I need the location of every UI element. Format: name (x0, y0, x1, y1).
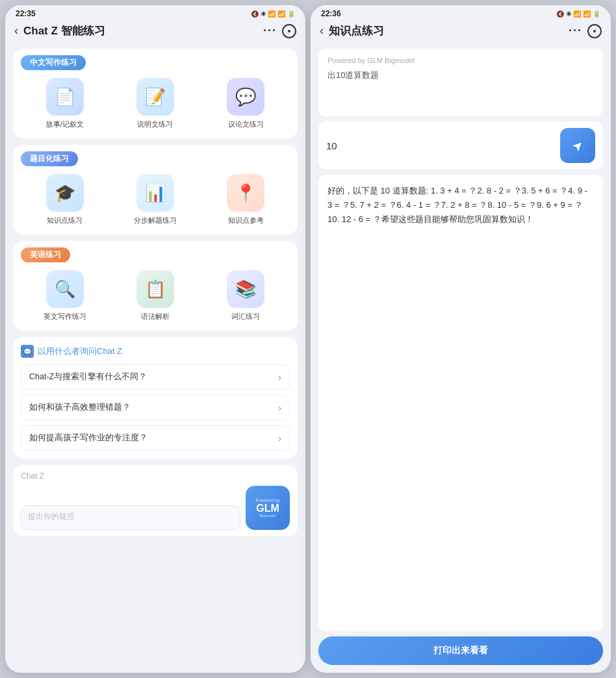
faq-title: 以用什么者询问Chat Z (38, 345, 122, 357)
glm-powered-label: Powered by (256, 498, 280, 503)
essay-label: 故事/记叙文 (46, 119, 84, 129)
input-row: ➤ (318, 121, 603, 170)
english-section: 英语练习 🔍 英文写作练习 📋 语法解析 📚 词汇练习 (13, 241, 298, 331)
english-tag: 英语练习 (21, 247, 70, 262)
vocab-item[interactable]: 📚 词汇练习 (202, 270, 290, 321)
prompt-area: Powered by GLM Bigmodel 出10道算数题 (318, 49, 603, 116)
page-title-left: Chat Z 智能练习 (23, 23, 258, 38)
signal-icon: 📶 (277, 10, 285, 18)
chat-input-row: 提出你的疑惑 Powered by GLM Bigmodel (21, 486, 290, 530)
left-phone: 22:35 🔇 ✳ 📶 📶 🔋 ‹ Chat Z 智能练习 ··· 中文写作练习… (5, 5, 305, 673)
chat-placeholder: 提出你的疑惑 (28, 512, 75, 521)
faq-item-2[interactable]: 如何和孩子高效整理错题？ › (21, 395, 290, 420)
send-button[interactable]: ➤ (560, 128, 595, 163)
faq-arrow-1: › (278, 372, 281, 383)
chat-input-area: Chat Z 提出你的疑惑 Powered by GLM Bigmodel (13, 465, 298, 536)
vocab-icon: 📚 (227, 270, 264, 308)
left-content: 中文写作练习 📄 故事/记叙文 📝 说明文练习 💬 议论文练习 题目化练习 (5, 44, 305, 673)
bluetooth-icon: 🔇 (251, 10, 259, 18)
knowledge-item[interactable]: 🎓 知识点练习 (21, 174, 109, 225)
nfc-icon: ✳ (261, 10, 266, 18)
print-button[interactable]: 打印出来看看 (318, 636, 603, 665)
glm-bigmodel-label: Bigmodel (259, 514, 276, 518)
ref-item[interactable]: 📍 知识点参考 (202, 174, 290, 225)
argue-item[interactable]: 💬 议论文练习 (202, 78, 290, 129)
practice-tag: 题目化练习 (21, 151, 78, 166)
argue-icon: 💬 (227, 78, 264, 116)
explain-label: 说明文练习 (137, 119, 173, 129)
faq-section: 💬 以用什么者询问Chat Z Chat-Z与搜索引擎有什么不同？ › 如何和孩… (13, 337, 298, 458)
nav-bar-right: ‹ 知识点练习 ··· (311, 21, 611, 44)
more-button-left[interactable]: ··· (263, 24, 277, 38)
status-icons-left: 🔇 ✳ 📶 📶 🔋 (251, 10, 295, 18)
target-button-left[interactable] (282, 24, 296, 38)
status-time-left: 22:35 (16, 9, 36, 18)
faq-arrow-2: › (278, 403, 281, 413)
knowledge-label: 知识点练习 (47, 216, 83, 225)
essay-item[interactable]: 📄 故事/记叙文 (21, 78, 109, 129)
ref-label: 知识点参考 (228, 216, 264, 225)
vocab-label: 词汇练习 (231, 312, 260, 321)
faq-header-icon: 💬 (21, 345, 34, 358)
glm-text-label: GLM (256, 503, 279, 514)
faq-item-1[interactable]: Chat-Z与搜索引擎有什么不同？ › (21, 364, 290, 390)
page-title-right: 知识点练习 (329, 23, 563, 38)
english-writing-label: 英文写作练习 (44, 312, 86, 321)
number-input[interactable] (326, 140, 555, 151)
wifi-icon: 📶 (268, 10, 276, 18)
chinese-writing-tag: 中文写作练习 (21, 55, 86, 70)
right-content: Powered by GLM Bigmodel 出10道算数题 ➤ 好的，以下是… (311, 44, 611, 673)
nfc-icon-r: ✳ (566, 10, 571, 18)
faq-arrow-3: › (278, 433, 281, 444)
response-text: 好的，以下是 10 道算数题: 1. 3 + 4 = ？2. 8 - 2 = ？… (327, 186, 587, 224)
right-phone: 22:36 🔇 ✳ 📶 📶 🔋 ‹ 知识点练习 ··· Powered by G… (311, 5, 611, 673)
send-icon: ➤ (569, 136, 587, 155)
grammar-icon: 📋 (136, 270, 174, 308)
faq-header: 💬 以用什么者询问Chat Z (21, 345, 290, 358)
grammar-item[interactable]: 📋 语法解析 (111, 270, 199, 321)
faq-text-3: 如何提高孩子写作业的专注度？ (29, 433, 148, 444)
back-button-right[interactable]: ‹ (320, 24, 324, 38)
glm-send-button[interactable]: Powered by GLM Bigmodel (246, 486, 290, 530)
faq-text-2: 如何和孩子高效整理错题？ (29, 402, 131, 413)
response-area: 好的，以下是 10 道算数题: 1. 3 + 4 = ？2. 8 - 2 = ？… (318, 175, 603, 631)
practice-grid: 🎓 知识点练习 📊 分步解题练习 📍 知识点参考 (21, 174, 290, 225)
status-icons-right: 🔇 ✳ 📶 📶 🔋 (556, 10, 600, 18)
english-writing-item[interactable]: 🔍 英文写作练习 (21, 270, 109, 321)
english-writing-icon: 🔍 (46, 270, 84, 308)
chat-input-box[interactable]: 提出你的疑惑 (21, 505, 240, 530)
status-time-right: 22:36 (321, 9, 341, 18)
argue-label: 议论文练习 (228, 119, 264, 129)
essay-icon: 📄 (46, 78, 84, 116)
step-label: 分步解题练习 (134, 216, 177, 225)
english-grid: 🔍 英文写作练习 📋 语法解析 📚 词汇练习 (21, 270, 290, 321)
step-icon: 📊 (136, 174, 174, 212)
practice-section: 题目化练习 🎓 知识点练习 📊 分步解题练习 📍 知识点参考 (13, 145, 298, 234)
status-bar-left: 22:35 🔇 ✳ 📶 📶 🔋 (5, 5, 305, 21)
step-item[interactable]: 📊 分步解题练习 (111, 174, 199, 225)
more-button-right[interactable]: ··· (569, 24, 582, 38)
wifi-icon-r: 📶 (573, 10, 581, 18)
ref-icon: 📍 (227, 174, 264, 212)
faq-item-3[interactable]: 如何提高孩子写作业的专注度？ › (21, 425, 290, 451)
faq-text-1: Chat-Z与搜索引擎有什么不同？ (29, 371, 147, 383)
prompt-text: 出10道算数题 (327, 69, 594, 108)
chinese-writing-grid: 📄 故事/记叙文 📝 说明文练习 💬 议论文练习 (21, 78, 290, 129)
powered-label: Powered by GLM Bigmodel (327, 56, 594, 64)
explain-item[interactable]: 📝 说明文练习 (111, 78, 199, 129)
nav-bar-left: ‹ Chat Z 智能练习 ··· (5, 21, 305, 44)
bluetooth-icon-r: 🔇 (556, 10, 564, 18)
chinese-writing-section: 中文写作练习 📄 故事/记叙文 📝 说明文练习 💬 议论文练习 (13, 49, 298, 138)
signal-icon-r: 📶 (583, 10, 591, 18)
back-button-left[interactable]: ‹ (14, 24, 18, 38)
chat-label: Chat Z (21, 471, 290, 481)
grammar-label: 语法解析 (141, 312, 170, 321)
battery-icon: 🔋 (287, 10, 295, 18)
explain-icon: 📝 (136, 78, 174, 116)
target-button-right[interactable] (587, 24, 602, 38)
status-bar-right: 22:36 🔇 ✳ 📶 📶 🔋 (311, 5, 611, 21)
battery-icon-r: 🔋 (593, 10, 600, 18)
knowledge-icon: 🎓 (46, 174, 84, 212)
